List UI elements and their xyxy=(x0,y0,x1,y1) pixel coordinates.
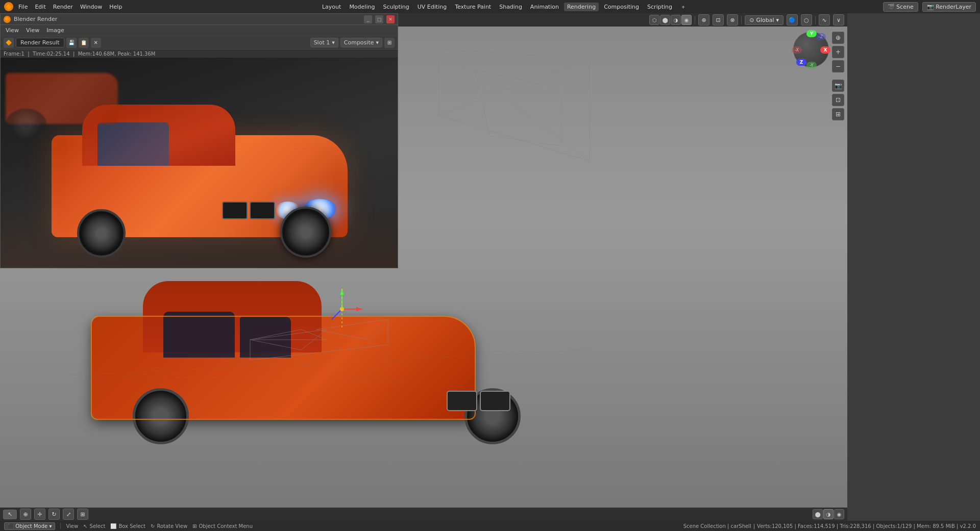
bottom-mode-arrow: ▾ xyxy=(49,523,52,529)
workspace-texture-paint[interactable]: Texture Paint xyxy=(452,3,494,11)
viewport-tool-select[interactable]: ↖ xyxy=(3,510,17,519)
render-window-maximize[interactable]: □ xyxy=(375,15,383,23)
workspace-sculpting[interactable]: Sculpting xyxy=(380,3,412,11)
workspace-rendering[interactable]: Rendering xyxy=(564,3,599,11)
render-slot-selector[interactable]: Slot 1 ▾ xyxy=(310,38,338,47)
workspace-uv-editing[interactable]: UV Editing xyxy=(414,3,450,11)
render-windshield xyxy=(97,122,169,166)
nav-zminus-axis[interactable]: -Z xyxy=(816,33,826,40)
xray-toggle[interactable]: ⊗ xyxy=(727,14,738,26)
wireframe-shade-btn[interactable]: ⬡ xyxy=(649,15,659,25)
main-layout: ⬛ Object Mode ▾ View Select Add Object xyxy=(0,13,980,521)
nav-xminus-axis[interactable]: -X xyxy=(792,46,802,54)
render-result-name-tag: Render Result xyxy=(16,38,64,47)
top-menu-bar: File Edit Render Window Help xyxy=(15,3,125,11)
bottom-status-bar: ⬛ Object Mode ▾ View ↖ Select ⬜ Box Sele… xyxy=(0,521,980,531)
viewport-tool-scale[interactable]: ⤢ xyxy=(63,509,74,520)
nav-x-axis[interactable]: X xyxy=(820,46,830,54)
car-grille-right xyxy=(447,391,477,411)
viewport-side-icons: ⊕ + − 📷 ⊡ ⊞ xyxy=(832,32,844,120)
viewport-zoom-fit[interactable]: ⊕ xyxy=(832,32,844,44)
render-titlebar: 🔶 Blender Render _ □ ✕ xyxy=(1,14,398,25)
bottom-mode-icon: ⬛ xyxy=(8,523,14,529)
render-window-minimize[interactable]: _ xyxy=(364,15,372,23)
pivot-icon: ⊙ xyxy=(749,17,754,23)
proportional-edit[interactable]: ○ xyxy=(801,14,812,26)
display-mode-label: Composite xyxy=(344,39,374,46)
pivot-selector[interactable]: ⊙ Global ▾ xyxy=(745,15,783,25)
workspace-animation[interactable]: Animation xyxy=(527,3,562,11)
render-tool-save[interactable]: 💾 xyxy=(66,38,77,48)
top-menu-render[interactable]: Render xyxy=(50,3,76,11)
slot-label: Slot 1 xyxy=(314,39,330,46)
extra-btn[interactable]: ∨ xyxy=(833,14,844,26)
workspace-modeling[interactable]: Modeling xyxy=(346,3,378,11)
nav-y-axis[interactable]: Y xyxy=(806,30,817,37)
viewport-tool-cursor[interactable]: ⊕ xyxy=(20,509,31,520)
bottom-rendered-btn[interactable]: ◉ xyxy=(834,509,844,519)
slot-arrow: ▾ xyxy=(332,39,335,46)
blender-logo-icon: 🔶 xyxy=(4,2,13,11)
car-grille-left xyxy=(480,391,510,411)
solid-shade-btn[interactable]: ⬤ xyxy=(660,15,670,25)
navigation-gizmo[interactable]: X Y Z -X -Y -Z xyxy=(793,32,829,67)
workspace-add-plus[interactable]: ＋ xyxy=(677,2,689,12)
rendered-shade-btn[interactable]: ◉ xyxy=(681,15,692,25)
falloff-btn[interactable]: ∿ xyxy=(819,14,830,26)
viewport-zoom-in[interactable]: + xyxy=(832,46,844,58)
render-grille-left xyxy=(250,201,275,219)
render-menu-view[interactable]: View xyxy=(3,26,22,35)
render-layer-selector[interactable]: 📷 RenderLayer xyxy=(922,2,976,12)
viewport-tool-move[interactable]: ✛ xyxy=(34,509,45,520)
pivot-arrow: ▾ xyxy=(776,17,779,23)
nav-z-axis[interactable]: Z xyxy=(796,59,806,66)
viewport-render-region[interactable]: ⊞ xyxy=(832,108,844,120)
viewport-bottom-toolbar: ↖ ⊕ ✛ ↻ ⤢ ⊞ ⬤ ◑ ◉ xyxy=(0,508,847,521)
bottom-rotate-label[interactable]: Rotate View xyxy=(157,523,187,529)
top-menu-window[interactable]: Window xyxy=(77,3,105,11)
render-tool-icon1[interactable]: 🔶 xyxy=(4,38,14,48)
render-tool-extra[interactable]: ⊞ xyxy=(384,38,395,48)
bottom-obj-ctx-label[interactable]: Object Context Menu xyxy=(199,523,253,529)
render-tool-close[interactable]: ✕ xyxy=(91,38,101,48)
global-top-bar: 🔶 File Edit Render Window Help Layout Mo… xyxy=(0,0,980,13)
viewport-camera-view[interactable]: 📷 xyxy=(832,80,844,92)
bottom-box-select-label[interactable]: Box Select xyxy=(118,523,145,529)
bottom-rotate-icon: ↻ xyxy=(151,523,155,529)
render-menu-image[interactable]: Image xyxy=(43,26,67,35)
render-frame-info: Frame:1 | Time:02:25.14 | Mem:140.68M, P… xyxy=(4,51,155,57)
gizmo-toggle[interactable]: ⊕ xyxy=(698,14,709,26)
nav-sphere[interactable]: X Y Z -X -Y -Z xyxy=(793,32,829,67)
viewport-zoom-out[interactable]: − xyxy=(832,60,844,72)
workspace-scripting[interactable]: Scripting xyxy=(644,3,675,11)
render-display-mode[interactable]: Composite ▾ xyxy=(340,38,382,47)
bottom-select-item: ↖ Select xyxy=(83,523,105,529)
bottom-mode-btn[interactable]: ⬛ Object Mode ▾ xyxy=(4,522,55,530)
separator1 xyxy=(60,523,61,529)
bottom-select-label[interactable]: Select xyxy=(90,523,106,529)
top-menu-edit[interactable]: Edit xyxy=(32,3,48,11)
nav-yminus-axis[interactable]: -Y xyxy=(806,62,817,69)
top-menu-help[interactable]: Help xyxy=(106,3,125,11)
bottom-view-label[interactable]: View xyxy=(66,523,78,529)
render-tool-copy[interactable]: 📋 xyxy=(79,38,89,48)
workspace-compositing[interactable]: Compositing xyxy=(601,3,642,11)
viewport-tool-transform[interactable]: ⊞ xyxy=(77,509,88,520)
material-shade-btn[interactable]: ◑ xyxy=(671,15,681,25)
viewport-local-view[interactable]: ⊡ xyxy=(832,94,844,106)
workspace-shading[interactable]: Shading xyxy=(496,3,525,11)
render-menu-view2[interactable]: View xyxy=(23,26,42,35)
top-menu-file[interactable]: File xyxy=(15,3,31,11)
render-window-close[interactable]: ✕ xyxy=(386,15,395,23)
render-bg-car-wheel xyxy=(6,109,46,139)
scene-icon: 🎬 xyxy=(888,4,895,10)
viewport-tool-rotate[interactable]: ↻ xyxy=(48,509,60,520)
bottom-mat-preview[interactable]: ◑ xyxy=(823,509,834,519)
car-selection-outline xyxy=(91,316,476,420)
scene-selector[interactable]: 🎬 Scene xyxy=(883,2,918,12)
bottom-collection-label: Scene Collection | carShell xyxy=(683,523,751,529)
workspace-layout[interactable]: Layout xyxy=(319,3,344,11)
bottom-solid-btn[interactable]: ⬤ xyxy=(813,509,823,519)
overlay-toggle[interactable]: ⊡ xyxy=(713,14,724,26)
snapping-toggle[interactable]: 🔵 xyxy=(787,14,798,26)
